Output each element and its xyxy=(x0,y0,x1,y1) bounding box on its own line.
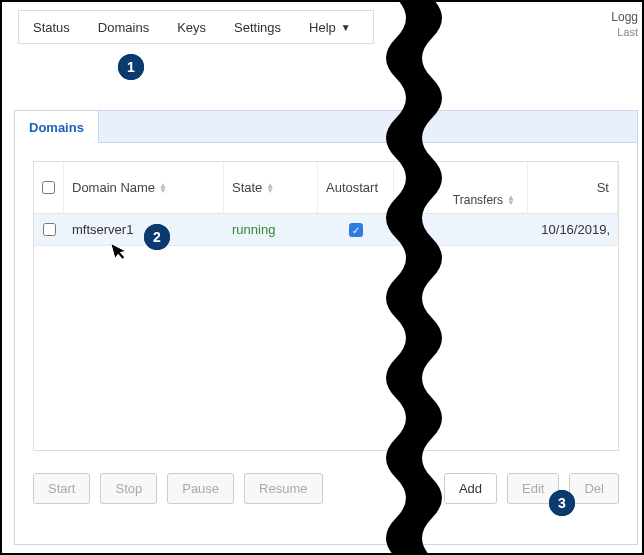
header-start[interactable]: St xyxy=(528,162,618,213)
delete-button[interactable]: Del xyxy=(569,473,619,504)
select-all-checkbox[interactable] xyxy=(42,181,55,194)
domains-table: Domain Name ▲▼ State ▲▼ Autostart Transf… xyxy=(33,161,619,451)
add-button[interactable]: Add xyxy=(444,473,497,504)
nav-keys[interactable]: Keys xyxy=(163,11,220,43)
login-info: Logg Last xyxy=(611,10,638,38)
stop-button[interactable]: Stop xyxy=(100,473,157,504)
header-checkbox-cell xyxy=(34,162,64,213)
table-header: Domain Name ▲▼ State ▲▼ Autostart Transf… xyxy=(34,162,618,214)
nav-status[interactable]: Status xyxy=(19,11,84,43)
header-start-label: St xyxy=(597,180,609,195)
cell-domain-name-text: mftserver1 xyxy=(72,222,133,237)
header-transfers-label: Transfers xyxy=(453,193,503,207)
header-state[interactable]: State ▲▼ xyxy=(224,162,318,213)
start-button[interactable]: Start xyxy=(33,473,90,504)
tab-domains[interactable]: Domains xyxy=(14,110,99,144)
top-nav: Status Domains Keys Settings Help ▼ xyxy=(18,10,374,44)
header-domain-name[interactable]: Domain Name ▲▼ xyxy=(64,162,224,213)
nav-keys-label: Keys xyxy=(177,20,206,35)
tab-bar: Domains xyxy=(14,110,638,143)
header-transfers[interactable]: Transfers ▲▼ xyxy=(428,162,528,213)
autostart-checked-icon: ✓ xyxy=(349,223,363,237)
nav-settings-label: Settings xyxy=(234,20,281,35)
cell-start: 10/16/2019, xyxy=(528,222,618,237)
cell-state-text: running xyxy=(232,222,275,237)
callout-3: 3 xyxy=(549,490,575,516)
nav-settings[interactable]: Settings xyxy=(220,11,295,43)
resume-button[interactable]: Resume xyxy=(244,473,322,504)
callout-2: 2 xyxy=(144,224,170,250)
header-autostart-label: Autostart xyxy=(326,180,378,195)
cell-start-text: 10/16/2019, xyxy=(541,222,610,237)
callout-1: 1 xyxy=(118,54,144,80)
cell-autostart: ✓ xyxy=(318,222,394,238)
content-panel: Domain Name ▲▼ State ▲▼ Autostart Transf… xyxy=(14,143,638,545)
cell-state: running xyxy=(224,222,318,237)
button-row: Start Stop Pause Resume Add Edit Del xyxy=(33,473,619,504)
pause-button[interactable]: Pause xyxy=(167,473,234,504)
login-line2: Last xyxy=(611,26,638,38)
nav-help[interactable]: Help ▼ xyxy=(295,11,365,43)
header-domain-name-label: Domain Name xyxy=(72,180,155,195)
caret-down-icon: ▼ xyxy=(341,22,351,33)
nav-help-label: Help xyxy=(309,20,336,35)
nav-domains[interactable]: Domains xyxy=(84,11,163,43)
row-checkbox[interactable] xyxy=(43,223,56,236)
header-autostart[interactable]: Autostart xyxy=(318,162,394,213)
nav-status-label: Status xyxy=(33,20,70,35)
tab-domains-label: Domains xyxy=(29,120,84,135)
header-spacer xyxy=(394,162,428,213)
login-line1: Logg xyxy=(611,10,638,24)
sort-icon: ▲▼ xyxy=(159,183,167,193)
sort-icon: ▲▼ xyxy=(266,183,274,193)
row-checkbox-cell xyxy=(34,223,64,236)
nav-domains-label: Domains xyxy=(98,20,149,35)
header-state-label: State xyxy=(232,180,262,195)
sort-icon: ▲▼ xyxy=(507,195,515,205)
